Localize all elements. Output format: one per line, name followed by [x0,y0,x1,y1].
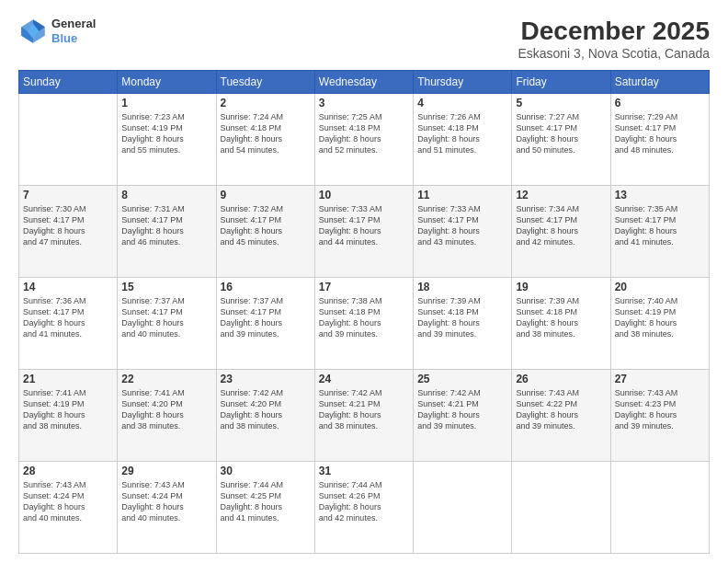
calendar-cell: 4Sunrise: 7:26 AM Sunset: 4:18 PM Daylig… [414,94,512,186]
day-info: Sunrise: 7:42 AM Sunset: 4:21 PM Dayligh… [417,387,507,432]
day-info: Sunrise: 7:38 AM Sunset: 4:18 PM Dayligh… [319,295,409,340]
calendar-cell [512,462,610,554]
calendar-cell: 7Sunrise: 7:30 AM Sunset: 4:17 PM Daylig… [19,186,118,278]
calendar-cell [414,462,512,554]
day-number: 4 [417,97,507,109]
day-number: 9 [221,189,311,201]
day-number: 17 [319,281,409,293]
day-info: Sunrise: 7:36 AM Sunset: 4:17 PM Dayligh… [23,295,113,340]
day-number: 10 [319,189,409,201]
day-info: Sunrise: 7:34 AM Sunset: 4:17 PM Dayligh… [516,203,606,248]
weekday-header-thursday: Thursday [414,71,512,94]
day-number: 19 [516,281,606,293]
day-number: 23 [221,373,311,385]
calendar-cell: 10Sunrise: 7:33 AM Sunset: 4:17 PM Dayli… [314,186,413,278]
weekday-header-row: SundayMondayTuesdayWednesdayThursdayFrid… [19,71,710,94]
day-info: Sunrise: 7:39 AM Sunset: 4:18 PM Dayligh… [417,295,507,340]
calendar-cell: 14Sunrise: 7:36 AM Sunset: 4:17 PM Dayli… [19,278,118,370]
day-info: Sunrise: 7:25 AM Sunset: 4:18 PM Dayligh… [319,111,409,156]
day-info: Sunrise: 7:41 AM Sunset: 4:20 PM Dayligh… [121,387,211,432]
calendar-cell [19,94,118,186]
day-info: Sunrise: 7:26 AM Sunset: 4:18 PM Dayligh… [417,111,507,156]
calendar-cell: 19Sunrise: 7:39 AM Sunset: 4:18 PM Dayli… [512,278,610,370]
day-number: 13 [615,189,705,201]
calendar-cell: 30Sunrise: 7:44 AM Sunset: 4:25 PM Dayli… [216,462,314,554]
day-info: Sunrise: 7:44 AM Sunset: 4:26 PM Dayligh… [319,479,409,524]
calendar-cell: 22Sunrise: 7:41 AM Sunset: 4:20 PM Dayli… [118,370,216,462]
day-number: 26 [516,373,606,385]
calendar-cell: 12Sunrise: 7:34 AM Sunset: 4:17 PM Dayli… [512,186,610,278]
day-info: Sunrise: 7:39 AM Sunset: 4:18 PM Dayligh… [516,295,606,340]
day-number: 25 [417,373,507,385]
weekday-header-wednesday: Wednesday [314,71,413,94]
day-info: Sunrise: 7:30 AM Sunset: 4:17 PM Dayligh… [23,203,113,248]
calendar-cell: 2Sunrise: 7:24 AM Sunset: 4:18 PM Daylig… [216,94,314,186]
calendar-title: December 2025 [518,17,710,46]
week-row-0: 1Sunrise: 7:23 AM Sunset: 4:19 PM Daylig… [19,94,710,186]
calendar-cell: 6Sunrise: 7:29 AM Sunset: 4:17 PM Daylig… [610,94,709,186]
day-info: Sunrise: 7:42 AM Sunset: 4:21 PM Dayligh… [319,387,409,432]
day-info: Sunrise: 7:23 AM Sunset: 4:19 PM Dayligh… [121,111,211,156]
day-info: Sunrise: 7:43 AM Sunset: 4:23 PM Dayligh… [615,387,705,432]
day-info: Sunrise: 7:44 AM Sunset: 4:25 PM Dayligh… [221,479,311,524]
calendar-cell: 23Sunrise: 7:42 AM Sunset: 4:20 PM Dayli… [216,370,314,462]
day-info: Sunrise: 7:41 AM Sunset: 4:19 PM Dayligh… [23,387,113,432]
logo-line2: Blue [51,31,96,46]
day-number: 8 [121,189,211,201]
calendar-table: SundayMondayTuesdayWednesdayThursdayFrid… [18,70,710,554]
day-info: Sunrise: 7:32 AM Sunset: 4:17 PM Dayligh… [221,203,311,248]
day-info: Sunrise: 7:33 AM Sunset: 4:17 PM Dayligh… [417,203,507,248]
day-info: Sunrise: 7:37 AM Sunset: 4:17 PM Dayligh… [221,295,311,340]
day-number: 29 [121,465,211,477]
day-info: Sunrise: 7:40 AM Sunset: 4:19 PM Dayligh… [615,295,705,340]
day-number: 27 [615,373,705,385]
day-info: Sunrise: 7:42 AM Sunset: 4:20 PM Dayligh… [221,387,311,432]
day-number: 31 [319,465,409,477]
header: General Blue December 2025 Eskasoni 3, N… [18,17,710,61]
calendar-cell: 13Sunrise: 7:35 AM Sunset: 4:17 PM Dayli… [610,186,709,278]
calendar-cell: 9Sunrise: 7:32 AM Sunset: 4:17 PM Daylig… [216,186,314,278]
day-number: 2 [221,97,311,109]
day-info: Sunrise: 7:43 AM Sunset: 4:24 PM Dayligh… [23,479,113,524]
day-number: 7 [23,189,113,201]
week-row-1: 7Sunrise: 7:30 AM Sunset: 4:17 PM Daylig… [19,186,710,278]
weekday-header-monday: Monday [118,71,216,94]
week-row-4: 28Sunrise: 7:43 AM Sunset: 4:24 PM Dayli… [19,462,710,554]
day-number: 15 [121,281,211,293]
day-number: 21 [23,373,113,385]
day-number: 5 [516,97,606,109]
day-number: 16 [221,281,311,293]
day-info: Sunrise: 7:43 AM Sunset: 4:24 PM Dayligh… [121,479,211,524]
calendar-cell: 21Sunrise: 7:41 AM Sunset: 4:19 PM Dayli… [19,370,118,462]
calendar-cell: 1Sunrise: 7:23 AM Sunset: 4:19 PM Daylig… [118,94,216,186]
calendar-cell: 18Sunrise: 7:39 AM Sunset: 4:18 PM Dayli… [414,278,512,370]
day-number: 11 [417,189,507,201]
page: General Blue December 2025 Eskasoni 3, N… [0,0,728,563]
calendar-cell: 24Sunrise: 7:42 AM Sunset: 4:21 PM Dayli… [314,370,413,462]
day-info: Sunrise: 7:24 AM Sunset: 4:18 PM Dayligh… [221,111,311,156]
day-info: Sunrise: 7:27 AM Sunset: 4:17 PM Dayligh… [516,111,606,156]
calendar-cell: 15Sunrise: 7:37 AM Sunset: 4:17 PM Dayli… [118,278,216,370]
calendar-cell: 11Sunrise: 7:33 AM Sunset: 4:17 PM Dayli… [414,186,512,278]
day-number: 24 [319,373,409,385]
calendar-cell: 20Sunrise: 7:40 AM Sunset: 4:19 PM Dayli… [610,278,709,370]
day-number: 3 [319,97,409,109]
week-row-3: 21Sunrise: 7:41 AM Sunset: 4:19 PM Dayli… [19,370,710,462]
calendar-cell: 16Sunrise: 7:37 AM Sunset: 4:17 PM Dayli… [216,278,314,370]
calendar-cell: 28Sunrise: 7:43 AM Sunset: 4:24 PM Dayli… [19,462,118,554]
week-row-2: 14Sunrise: 7:36 AM Sunset: 4:17 PM Dayli… [19,278,710,370]
day-number: 20 [615,281,705,293]
day-info: Sunrise: 7:37 AM Sunset: 4:17 PM Dayligh… [121,295,211,340]
day-number: 1 [121,97,211,109]
calendar-cell [610,462,709,554]
calendar-cell: 25Sunrise: 7:42 AM Sunset: 4:21 PM Dayli… [414,370,512,462]
logo-text: General Blue [51,17,96,45]
weekday-header-tuesday: Tuesday [216,71,314,94]
calendar-cell: 29Sunrise: 7:43 AM Sunset: 4:24 PM Dayli… [118,462,216,554]
calendar-cell: 8Sunrise: 7:31 AM Sunset: 4:17 PM Daylig… [118,186,216,278]
day-number: 30 [221,465,311,477]
weekday-header-friday: Friday [512,71,610,94]
day-number: 28 [23,465,113,477]
day-number: 22 [121,373,211,385]
title-block: December 2025 Eskasoni 3, Nova Scotia, C… [518,17,710,61]
